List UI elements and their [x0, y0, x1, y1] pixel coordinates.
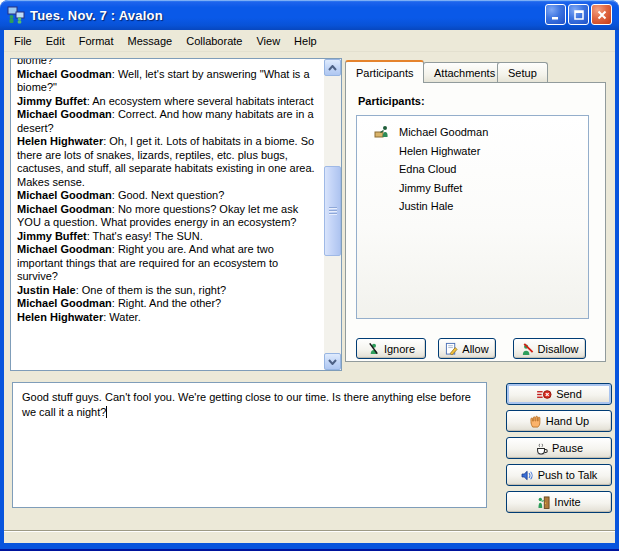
menubar: File Edit Format Message Collaborate Vie…: [4, 30, 615, 52]
list-item[interactable]: Justin Hale: [357, 197, 588, 216]
menu-collaborate[interactable]: Collaborate: [179, 32, 249, 50]
maximize-icon: [573, 9, 585, 21]
invite-icon: [537, 496, 550, 509]
chat-message: Michael Goodman: Right you are. And what…: [17, 243, 320, 284]
participant-name: Edna Cloud: [399, 163, 457, 175]
invite-button[interactable]: Invite: [506, 491, 612, 513]
list-item[interactable]: Helen Highwater: [357, 142, 588, 161]
chat-message: Justin Hale: One of them is the sun, rig…: [17, 284, 320, 298]
chat-message: Michael Goodman: Correct. And how many h…: [17, 108, 320, 135]
close-button[interactable]: [591, 4, 612, 25]
send-button[interactable]: Send: [506, 383, 612, 405]
scroll-up-button[interactable]: [324, 59, 341, 76]
tab-setup[interactable]: Setup: [497, 62, 548, 83]
send-icon: [536, 389, 552, 400]
participants-heading: Participants:: [358, 95, 425, 107]
message-input-text: Good stuff guys. Can't fool you. We're g…: [22, 391, 471, 418]
chat-message: Michael Goodman: Good. Next question?: [17, 189, 320, 203]
close-icon: [596, 9, 608, 21]
status-bar: [4, 530, 615, 543]
app-icon: [7, 6, 25, 24]
menu-edit[interactable]: Edit: [39, 32, 72, 50]
minimize-icon: [550, 9, 562, 21]
window-body: File Edit Format Message Collaborate Vie…: [4, 30, 615, 543]
chat-message: Helen Highwater: Water.: [17, 311, 320, 325]
invite-button-label: Invite: [554, 496, 580, 508]
minimize-button[interactable]: [545, 4, 566, 25]
message-input[interactable]: Good stuff guys. Can't fool you. We're g…: [12, 382, 487, 508]
moderator-icon: [374, 125, 391, 138]
participants-list[interactable]: Michael Goodman Helen Highwater Edna Clo…: [356, 115, 589, 319]
maximize-button[interactable]: [568, 4, 589, 25]
chat-message: Jimmy Buffet: That's easy! The SUN.: [17, 230, 320, 244]
participant-name: Jimmy Buffet: [399, 182, 462, 194]
scrollbar-thumb[interactable]: [324, 166, 341, 256]
chat-message: Michael Goodman: Well, let's start by an…: [17, 68, 320, 95]
allow-button[interactable]: Allow: [438, 338, 496, 359]
ignore-button-label: Ignore: [384, 343, 415, 355]
disallow-button[interactable]: Disallow: [513, 338, 586, 359]
ignore-icon: [367, 342, 380, 355]
menu-file[interactable]: File: [7, 32, 39, 50]
hand-up-icon: [529, 415, 542, 428]
pause-button-label: Pause: [552, 442, 583, 454]
chat-scrollbar[interactable]: [324, 59, 341, 370]
pause-button[interactable]: Pause: [506, 437, 612, 459]
list-item[interactable]: Edna Cloud: [357, 160, 588, 179]
participants-tab-panel: Participants: Michael Goodman Helen High…: [345, 82, 606, 362]
window-title: Tues. Nov. 7 : Avalon: [30, 8, 163, 23]
text-caret: [106, 406, 107, 418]
scroll-down-icon: [328, 359, 337, 365]
titlebar[interactable]: Tues. Nov. 7 : Avalon: [0, 0, 619, 30]
push-to-talk-button[interactable]: Push to Talk: [506, 464, 612, 486]
participant-name: Helen Highwater: [399, 145, 480, 157]
window-controls: [545, 4, 612, 25]
hand-up-button-label: Hand Up: [546, 415, 589, 427]
action-buttons: Send Hand Up: [506, 383, 612, 518]
chat-transcript-panel: biome? Michael Goodman: Well, let's star…: [10, 58, 342, 371]
participant-name: Justin Hale: [399, 200, 453, 212]
list-item[interactable]: Jimmy Buffet: [357, 179, 588, 198]
allow-button-label: Allow: [462, 343, 488, 355]
allow-icon: [445, 342, 458, 355]
pause-icon: [535, 442, 548, 455]
list-item[interactable]: Michael Goodman: [357, 123, 588, 142]
tab-attachments[interactable]: Attachments: [423, 62, 506, 83]
push-to-talk-icon: [521, 470, 534, 481]
send-button-label: Send: [556, 388, 582, 400]
disallow-button-label: Disallow: [538, 343, 579, 355]
participant-name: Michael Goodman: [399, 126, 488, 138]
tab-participants[interactable]: Participants: [345, 60, 424, 83]
ignore-button[interactable]: Ignore: [356, 338, 426, 359]
chat-message-clipped: biome?: [17, 59, 320, 68]
menu-view[interactable]: View: [249, 32, 287, 50]
chat-message: Michael Goodman: No more questions? Okay…: [17, 203, 320, 230]
push-to-talk-button-label: Push to Talk: [538, 469, 598, 481]
chat-message: Helen Highwater: Oh, I get it. Lots of h…: [17, 135, 320, 189]
menu-help[interactable]: Help: [287, 32, 324, 50]
chat-message: Michael Goodman: Right. And the other?: [17, 297, 320, 311]
chat-transcript: biome? Michael Goodman: Well, let's star…: [11, 59, 324, 370]
disallow-icon: [521, 342, 534, 355]
chat-message: Jimmy Buffet: An ecosystem where several…: [17, 95, 320, 109]
scroll-up-icon: [328, 65, 337, 71]
scrollbar-grip: [329, 207, 337, 216]
menu-message[interactable]: Message: [121, 32, 180, 50]
menu-format[interactable]: Format: [72, 32, 121, 50]
hand-up-button[interactable]: Hand Up: [506, 410, 612, 432]
scroll-down-button[interactable]: [324, 353, 341, 370]
app-window: Tues. Nov. 7 : Avalon File Edit: [0, 0, 619, 551]
